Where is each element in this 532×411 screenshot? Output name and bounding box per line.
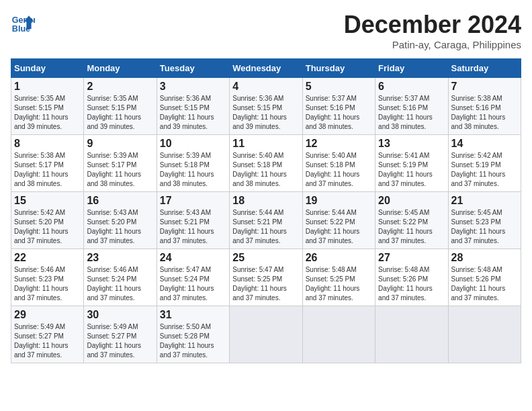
day-info: Sunrise: 5:39 AM Sunset: 5:17 PM Dayligh…	[87, 151, 153, 189]
table-row: 29Sunrise: 5:49 AM Sunset: 5:27 PM Dayli…	[11, 306, 84, 363]
day-info: Sunrise: 5:43 AM Sunset: 5:20 PM Dayligh…	[87, 208, 153, 246]
table-row: 28Sunrise: 5:48 AM Sunset: 5:26 PM Dayli…	[448, 249, 521, 306]
table-row: 7Sunrise: 5:38 AM Sunset: 5:16 PM Daylig…	[448, 78, 521, 135]
day-number: 20	[378, 195, 445, 207]
day-number: 23	[87, 252, 153, 264]
col-thursday: Thursday	[302, 59, 375, 78]
day-number: 8	[14, 138, 81, 150]
day-number: 31	[160, 309, 226, 321]
day-info: Sunrise: 5:38 AM Sunset: 5:17 PM Dayligh…	[14, 151, 81, 189]
day-number: 5	[306, 81, 372, 93]
calendar-week-3: 15Sunrise: 5:42 AM Sunset: 5:20 PM Dayli…	[11, 192, 521, 249]
day-number: 11	[232, 138, 299, 150]
table-row: 2Sunrise: 5:35 AM Sunset: 5:15 PM Daylig…	[84, 78, 157, 135]
logo-icon: General Blue	[11, 11, 35, 35]
table-row: 6Sunrise: 5:37 AM Sunset: 5:16 PM Daylig…	[375, 78, 448, 135]
day-info: Sunrise: 5:35 AM Sunset: 5:15 PM Dayligh…	[14, 94, 81, 132]
day-info: Sunrise: 5:36 AM Sunset: 5:15 PM Dayligh…	[232, 94, 299, 132]
day-info: Sunrise: 5:45 AM Sunset: 5:23 PM Dayligh…	[451, 208, 518, 246]
day-number: 19	[306, 195, 372, 207]
day-info: Sunrise: 5:39 AM Sunset: 5:18 PM Dayligh…	[160, 151, 226, 189]
day-number: 10	[160, 138, 226, 150]
day-info: Sunrise: 5:48 AM Sunset: 5:26 PM Dayligh…	[378, 265, 445, 303]
day-number: 7	[451, 81, 518, 93]
table-row: 15Sunrise: 5:42 AM Sunset: 5:20 PM Dayli…	[11, 192, 84, 249]
table-row: 5Sunrise: 5:37 AM Sunset: 5:16 PM Daylig…	[302, 78, 375, 135]
day-info: Sunrise: 5:47 AM Sunset: 5:24 PM Dayligh…	[160, 265, 226, 303]
location: Patin-ay, Caraga, Philippines	[344, 39, 521, 50]
table-row	[302, 306, 375, 363]
table-row: 1Sunrise: 5:35 AM Sunset: 5:15 PM Daylig…	[11, 78, 84, 135]
day-info: Sunrise: 5:46 AM Sunset: 5:24 PM Dayligh…	[87, 265, 153, 303]
table-row: 9Sunrise: 5:39 AM Sunset: 5:17 PM Daylig…	[84, 135, 157, 192]
day-number: 12	[306, 138, 372, 150]
table-row: 16Sunrise: 5:43 AM Sunset: 5:20 PM Dayli…	[84, 192, 157, 249]
day-number: 15	[14, 195, 81, 207]
day-number: 26	[306, 252, 372, 264]
day-info: Sunrise: 5:48 AM Sunset: 5:26 PM Dayligh…	[451, 265, 518, 303]
table-row: 26Sunrise: 5:48 AM Sunset: 5:25 PM Dayli…	[302, 249, 375, 306]
table-row: 13Sunrise: 5:41 AM Sunset: 5:19 PM Dayli…	[375, 135, 448, 192]
table-row: 10Sunrise: 5:39 AM Sunset: 5:18 PM Dayli…	[157, 135, 229, 192]
day-info: Sunrise: 5:45 AM Sunset: 5:22 PM Dayligh…	[378, 208, 445, 246]
col-friday: Friday	[375, 59, 448, 78]
day-number: 27	[378, 252, 445, 264]
table-row: 27Sunrise: 5:48 AM Sunset: 5:26 PM Dayli…	[375, 249, 448, 306]
table-row: 24Sunrise: 5:47 AM Sunset: 5:24 PM Dayli…	[157, 249, 229, 306]
day-number: 18	[232, 195, 299, 207]
day-number: 17	[160, 195, 226, 207]
day-number: 9	[87, 138, 153, 150]
day-number: 13	[378, 138, 445, 150]
day-info: Sunrise: 5:35 AM Sunset: 5:15 PM Dayligh…	[87, 94, 153, 132]
table-row: 30Sunrise: 5:49 AM Sunset: 5:27 PM Dayli…	[84, 306, 157, 363]
month-title: December 2024	[344, 11, 521, 39]
col-sunday: Sunday	[11, 59, 84, 78]
day-info: Sunrise: 5:44 AM Sunset: 5:21 PM Dayligh…	[232, 208, 299, 246]
day-number: 6	[378, 81, 445, 93]
table-row	[230, 306, 302, 363]
table-row: 19Sunrise: 5:44 AM Sunset: 5:22 PM Dayli…	[302, 192, 375, 249]
table-row: 8Sunrise: 5:38 AM Sunset: 5:17 PM Daylig…	[11, 135, 84, 192]
table-row: 12Sunrise: 5:40 AM Sunset: 5:18 PM Dayli…	[302, 135, 375, 192]
table-row: 4Sunrise: 5:36 AM Sunset: 5:15 PM Daylig…	[230, 78, 302, 135]
table-row: 25Sunrise: 5:47 AM Sunset: 5:25 PM Dayli…	[230, 249, 302, 306]
logo: General Blue	[11, 11, 35, 35]
day-info: Sunrise: 5:46 AM Sunset: 5:23 PM Dayligh…	[14, 265, 81, 303]
table-row: 18Sunrise: 5:44 AM Sunset: 5:21 PM Dayli…	[230, 192, 302, 249]
day-info: Sunrise: 5:48 AM Sunset: 5:25 PM Dayligh…	[306, 265, 372, 303]
day-info: Sunrise: 5:49 AM Sunset: 5:27 PM Dayligh…	[14, 322, 81, 360]
table-row: 20Sunrise: 5:45 AM Sunset: 5:22 PM Dayli…	[375, 192, 448, 249]
day-info: Sunrise: 5:37 AM Sunset: 5:16 PM Dayligh…	[378, 94, 445, 132]
col-tuesday: Tuesday	[157, 59, 229, 78]
page-header: General Blue December 2024 Patin-ay, Car…	[11, 11, 521, 50]
day-number: 3	[160, 81, 226, 93]
day-info: Sunrise: 5:44 AM Sunset: 5:22 PM Dayligh…	[306, 208, 372, 246]
col-monday: Monday	[84, 59, 157, 78]
day-info: Sunrise: 5:40 AM Sunset: 5:18 PM Dayligh…	[232, 151, 299, 189]
table-row: 3Sunrise: 5:36 AM Sunset: 5:15 PM Daylig…	[157, 78, 229, 135]
day-number: 14	[451, 138, 518, 150]
header-row: Sunday Monday Tuesday Wednesday Thursday…	[11, 59, 521, 78]
day-number: 1	[14, 81, 81, 93]
day-info: Sunrise: 5:43 AM Sunset: 5:21 PM Dayligh…	[160, 208, 226, 246]
day-info: Sunrise: 5:37 AM Sunset: 5:16 PM Dayligh…	[306, 94, 372, 132]
table-row	[375, 306, 448, 363]
day-info: Sunrise: 5:42 AM Sunset: 5:20 PM Dayligh…	[14, 208, 81, 246]
table-row: 22Sunrise: 5:46 AM Sunset: 5:23 PM Dayli…	[11, 249, 84, 306]
day-info: Sunrise: 5:49 AM Sunset: 5:27 PM Dayligh…	[87, 322, 153, 360]
table-row: 17Sunrise: 5:43 AM Sunset: 5:21 PM Dayli…	[157, 192, 229, 249]
table-row: 11Sunrise: 5:40 AM Sunset: 5:18 PM Dayli…	[230, 135, 302, 192]
calendar-week-4: 22Sunrise: 5:46 AM Sunset: 5:23 PM Dayli…	[11, 249, 521, 306]
day-info: Sunrise: 5:41 AM Sunset: 5:19 PM Dayligh…	[378, 151, 445, 189]
day-number: 22	[14, 252, 81, 264]
col-saturday: Saturday	[448, 59, 521, 78]
title-area: December 2024 Patin-ay, Caraga, Philippi…	[344, 11, 521, 50]
calendar-week-5: 29Sunrise: 5:49 AM Sunset: 5:27 PM Dayli…	[11, 306, 521, 363]
table-row: 31Sunrise: 5:50 AM Sunset: 5:28 PM Dayli…	[157, 306, 229, 363]
table-row: 21Sunrise: 5:45 AM Sunset: 5:23 PM Dayli…	[448, 192, 521, 249]
day-number: 28	[451, 252, 518, 264]
day-info: Sunrise: 5:38 AM Sunset: 5:16 PM Dayligh…	[451, 94, 518, 132]
table-row	[448, 306, 521, 363]
day-number: 30	[87, 309, 153, 321]
calendar-table: Sunday Monday Tuesday Wednesday Thursday…	[11, 58, 521, 363]
